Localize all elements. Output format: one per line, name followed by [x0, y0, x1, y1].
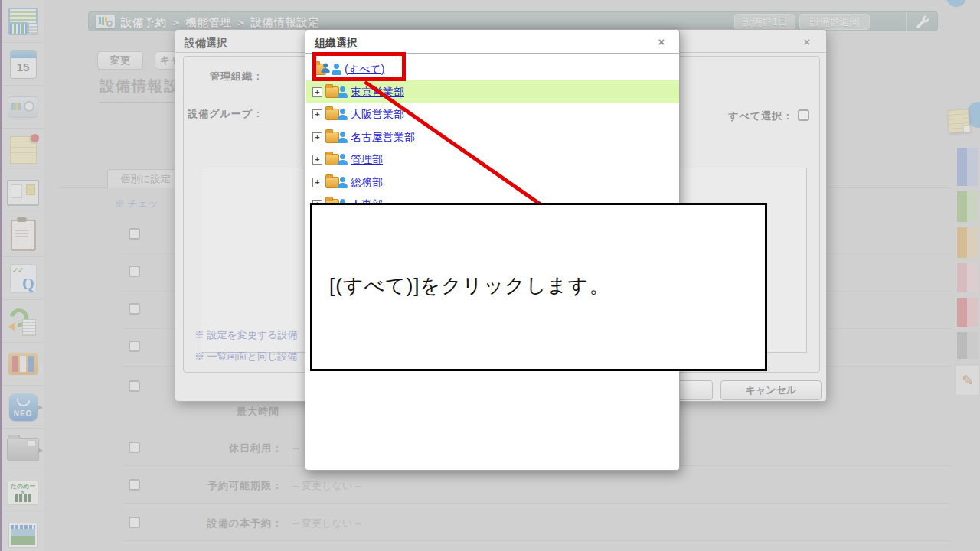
expand-icon[interactable]: + — [312, 87, 322, 97]
org-tree-item[interactable]: + 管理部 — [306, 148, 679, 171]
org-tree-item[interactable]: + 大阪営業部 — [306, 103, 679, 126]
tutorial-callout: [(すべて)]をクリックします。 — [310, 203, 767, 371]
expand-icon[interactable]: + — [312, 109, 322, 119]
dialog-title: 組織選択 — [315, 36, 358, 50]
org-tree-item[interactable]: + 総務部 — [306, 171, 679, 194]
expand-icon[interactable]: + — [312, 132, 322, 142]
expand-icon[interactable]: + — [312, 178, 322, 187]
expand-icon[interactable]: + — [312, 155, 322, 165]
callout-text: [(すべて)]をクリックします。 — [329, 272, 609, 298]
org-tree-item[interactable]: + 東京営業部 — [306, 80, 679, 103]
person-icon — [338, 154, 348, 165]
person-icon — [338, 86, 348, 98]
org-link[interactable]: 大阪営業部 — [351, 107, 404, 121]
close-icon[interactable]: × — [655, 35, 668, 49]
org-link[interactable]: 名古屋営業部 — [351, 130, 415, 144]
highlight-rectangle — [312, 52, 406, 81]
org-link[interactable]: 総務部 — [351, 175, 383, 189]
org-link[interactable]: 管理部 — [351, 152, 383, 166]
org-tree-item[interactable]: + 名古屋営業部 — [306, 126, 679, 148]
person-icon — [338, 132, 348, 143]
person-icon — [338, 109, 348, 120]
person-icon — [338, 177, 348, 188]
